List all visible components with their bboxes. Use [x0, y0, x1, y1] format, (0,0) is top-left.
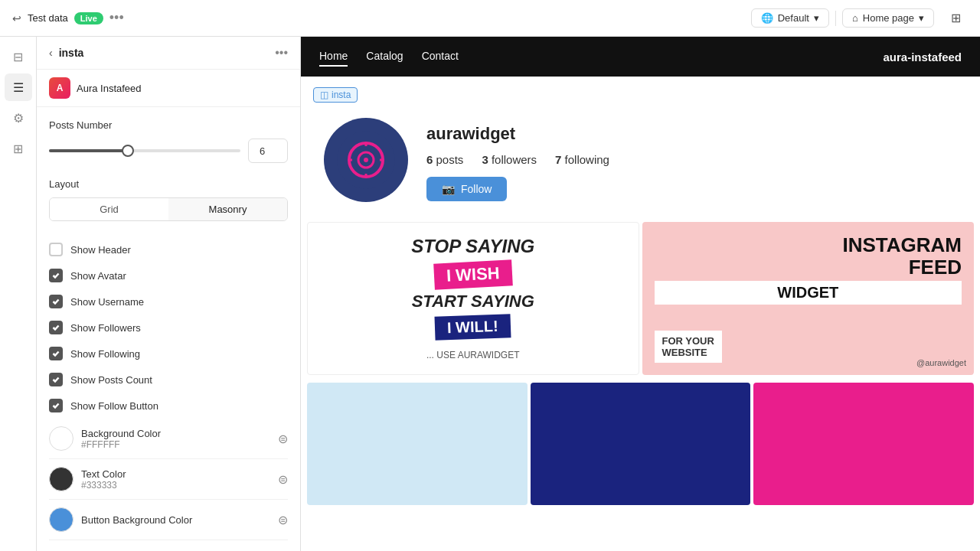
- posts-number-group: Posts Number: [49, 119, 288, 163]
- nav-components-icon[interactable]: ⊞: [5, 135, 32, 162]
- homepage-button[interactable]: ⌂ Home page ▾: [842, 8, 934, 28]
- profile-section: aurawidget 6 posts 3 followers 7 followi…: [301, 103, 980, 214]
- settings-header: ‹ insta •••: [37, 37, 300, 70]
- posts-number-slider-row: [49, 139, 288, 163]
- profile-info: aurawidget 6 posts 3 followers 7 followi…: [426, 118, 609, 201]
- button-bg-color-info: Button Background Color: [81, 514, 270, 526]
- background-color-menu-icon[interactable]: ⊜: [278, 432, 288, 446]
- settings-back-icon[interactable]: ‹: [49, 47, 53, 59]
- feed-item-1: STOP SAYING I WISH START SAYING I WILL! …: [307, 222, 639, 375]
- show-followers-row: Show Followers: [49, 315, 288, 341]
- layout-label: Layout: [49, 178, 288, 190]
- main-layout: ⊟ ☰ ⚙ ⊞ ‹ insta ••• A Aura Instafeed Pos…: [0, 37, 980, 551]
- avatar-svg: [335, 129, 397, 191]
- preview-content: ◫ insta: [301, 77, 980, 551]
- show-username-checkbox[interactable]: [49, 295, 63, 308]
- topbar-center: 🌐 Default ▾ ⌂ Home page ▾: [751, 8, 934, 28]
- preview-nav-contact[interactable]: Contact: [422, 47, 459, 67]
- layout-btn-group: Grid Masonry: [49, 197, 288, 221]
- preview-nav-links: Home Catalog Contact: [319, 47, 883, 67]
- card2-title2: FEED: [655, 256, 962, 279]
- app-name: Aura Instafeed: [77, 83, 142, 94]
- slider-fill: [49, 149, 126, 152]
- app-label: A Aura Instafeed: [37, 70, 300, 107]
- settings-title: insta: [59, 47, 270, 59]
- layout-masonry-button[interactable]: Masonry: [168, 198, 287, 220]
- insta-tag-label: insta: [332, 90, 351, 100]
- preview-nav-brand: aura-instafeed: [883, 51, 962, 64]
- show-following-checkbox[interactable]: [49, 347, 63, 360]
- layout-grid-button[interactable]: Grid: [50, 198, 168, 220]
- text-color-swatch[interactable]: [49, 467, 74, 491]
- show-followers-label: Show Followers: [70, 322, 141, 334]
- default-button[interactable]: 🌐 Default ▾: [751, 8, 829, 28]
- button-bg-color-label: Button Background Color: [81, 514, 270, 526]
- nav-settings-icon[interactable]: ⚙: [5, 104, 32, 132]
- nav-apps-icon[interactable]: ☰: [5, 73, 32, 101]
- profile-stats: 6 posts 3 followers 7 following: [426, 153, 609, 166]
- show-following-row: Show Following: [49, 341, 288, 367]
- settings-body: Posts Number Layout Grid Masonry: [37, 107, 300, 551]
- preview-area: Home Catalog Contact aura-instafeed ◫ in…: [301, 37, 980, 551]
- slider-thumb[interactable]: [122, 145, 134, 157]
- back-icon[interactable]: ↩: [12, 12, 21, 24]
- globe-icon: 🌐: [761, 12, 773, 24]
- settings-more-icon[interactable]: •••: [275, 46, 288, 60]
- show-followers-checkbox[interactable]: [49, 321, 63, 334]
- show-follow-button-checkbox[interactable]: [49, 399, 63, 412]
- show-posts-count-checkbox[interactable]: [49, 373, 63, 386]
- posts-number-input[interactable]: [248, 139, 288, 163]
- card1-line2: I WISH: [433, 259, 512, 289]
- topbar-more-icon[interactable]: •••: [109, 10, 124, 26]
- text-color-info: Text Color #333333: [81, 468, 270, 491]
- show-posts-count-row: Show Posts Count: [49, 367, 288, 393]
- show-avatar-label: Show Avatar: [70, 270, 126, 282]
- show-follow-button-row: Show Follow Button: [49, 393, 288, 419]
- show-posts-count-label: Show Posts Count: [70, 374, 152, 386]
- card1-line4: I WILL!: [435, 314, 511, 340]
- text-color-value: #333333: [81, 480, 270, 491]
- background-color-value: #FFFFFF: [81, 439, 270, 450]
- chevron-down-icon: ▾: [814, 12, 819, 24]
- show-username-label: Show Username: [70, 296, 144, 308]
- slider-track: [49, 149, 240, 152]
- text-color-menu-icon[interactable]: ⊜: [278, 472, 288, 487]
- background-color-info: Background Color #FFFFFF: [81, 428, 270, 450]
- followers-stat: 3 followers: [482, 153, 537, 166]
- topbar-right: ⊞: [943, 6, 968, 31]
- feed-item-4: [531, 383, 751, 505]
- posts-number-label: Posts Number: [49, 119, 288, 131]
- profile-username: aurawidget: [426, 124, 609, 144]
- show-following-label: Show Following: [70, 348, 140, 360]
- home-icon: ⌂: [852, 12, 858, 24]
- button-bg-color-menu-icon[interactable]: ⊜: [278, 513, 288, 527]
- following-stat: 7 following: [555, 153, 609, 166]
- topbar: ↩ Test data Live ••• 🌐 Default ▾ ⌂ Home …: [0, 0, 980, 37]
- nav-back-icon[interactable]: ⊟: [5, 43, 32, 70]
- card2-sub: WIDGET: [655, 281, 962, 305]
- text-color-row: Text Color #333333 ⊜: [49, 459, 288, 500]
- follow-button[interactable]: 📷 Follow: [426, 177, 507, 201]
- background-color-row: Background Color #FFFFFF ⊜: [49, 419, 288, 459]
- layout-group: Layout Grid Masonry: [49, 178, 288, 221]
- background-color-swatch[interactable]: [49, 426, 74, 451]
- show-username-row: Show Username: [49, 289, 288, 315]
- button-bg-color-row: Button Background Color ⊜: [49, 500, 288, 540]
- feed-item-3: [307, 383, 528, 505]
- nav-sidebar: ⊟ ☰ ⚙ ⊞: [0, 37, 37, 551]
- show-header-checkbox[interactable]: [49, 243, 63, 256]
- posts-stat: 6 posts: [426, 153, 463, 166]
- preview-topnav: Home Catalog Contact aura-instafeed: [301, 37, 980, 77]
- feed-item-5: [753, 383, 974, 505]
- avatar: [324, 118, 408, 202]
- topbar-title: Test data: [28, 12, 68, 24]
- card1-line1: STOP SAYING: [411, 236, 534, 256]
- show-avatar-checkbox[interactable]: [49, 269, 63, 282]
- grid-view-icon[interactable]: ⊞: [943, 6, 968, 31]
- topbar-left: ↩ Test data Live •••: [12, 10, 742, 26]
- settings-panel: ‹ insta ••• A Aura Instafeed Posts Numbe…: [37, 37, 301, 551]
- preview-nav-home[interactable]: Home: [319, 47, 348, 67]
- button-bg-color-swatch[interactable]: [49, 507, 74, 532]
- preview-nav-catalog[interactable]: Catalog: [366, 47, 403, 67]
- svg-point-3: [364, 158, 368, 162]
